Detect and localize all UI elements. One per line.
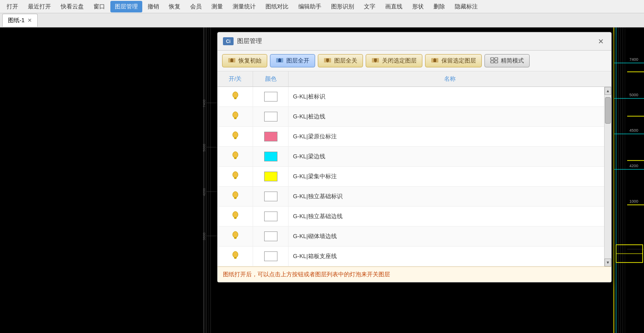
menu-measure-stat[interactable]: 测量统计: [228, 1, 260, 12]
svg-rect-60: [234, 98, 236, 99]
cell-toggle-3[interactable]: [218, 127, 253, 146]
cell-toggle-9[interactable]: [218, 247, 253, 266]
bulb-icon-6[interactable]: [232, 191, 239, 202]
svg-point-61: [233, 112, 238, 118]
svg-point-79: [233, 231, 238, 238]
cell-color-3[interactable]: [253, 127, 289, 146]
menu-text[interactable]: 文字: [359, 1, 380, 12]
menu-layermgr[interactable]: 图层管理: [110, 1, 142, 12]
cell-name-3: G-KL|梁原位标注: [289, 127, 604, 146]
layer-name-3: G-KL|梁原位标注: [293, 133, 337, 141]
dialog-toolbar: 恢复初始 图层全开: [218, 51, 611, 71]
svg-rect-81: [234, 238, 236, 239]
layer-table: 开/关 颜色 名称: [218, 71, 611, 266]
cell-color-4[interactable]: [253, 147, 289, 166]
menu-quickview[interactable]: 快看云盘: [56, 1, 88, 12]
cell-toggle-8[interactable]: [218, 227, 253, 246]
close-all-button[interactable]: 图层全关: [318, 54, 363, 67]
cell-color-9[interactable]: [253, 247, 289, 266]
bulb-icon-5[interactable]: [232, 171, 239, 182]
cell-color-5[interactable]: [253, 167, 289, 186]
menu-recent[interactable]: 最近打开: [23, 1, 55, 12]
cell-color-2[interactable]: [253, 107, 289, 126]
svg-rect-62: [234, 118, 237, 118]
layer-name-2: G-KL|桩边线: [293, 113, 325, 121]
cell-color-1[interactable]: [253, 87, 289, 106]
menu-shape-recognize[interactable]: 图形识别: [327, 1, 359, 12]
tab-drawing1[interactable]: 图纸-1 ✕: [2, 14, 38, 27]
table-row[interactable]: G-KL|桩标识: [218, 87, 604, 107]
cell-toggle-1[interactable]: [218, 87, 253, 106]
table-content: G-KL|桩标识: [218, 87, 604, 266]
color-swatch-2: [264, 112, 277, 121]
table-row[interactable]: G-KL|独立基础标识: [218, 187, 604, 207]
table-row[interactable]: G-KL|梁边线: [218, 147, 604, 167]
cell-toggle-7[interactable]: [218, 207, 253, 226]
table-wrapper: G-KL|桩标识: [218, 87, 611, 266]
svg-point-82: [233, 251, 238, 258]
menu-edit-assist[interactable]: 编辑助手: [294, 1, 326, 12]
svg-rect-55: [495, 58, 498, 60]
svg-text:1000: 1000: [629, 199, 638, 204]
dialog-app-icon: Ci: [223, 37, 234, 45]
svg-rect-56: [491, 61, 494, 63]
menu-member[interactable]: 会员: [186, 1, 206, 12]
menu-shape[interactable]: 形状: [408, 1, 428, 12]
color-swatch-3: [264, 132, 277, 141]
table-row[interactable]: G-KL|梁集中标注: [218, 167, 604, 187]
simple-mode-label: 精简模式: [501, 57, 524, 65]
menu-window[interactable]: 窗口: [89, 1, 109, 12]
restore-icon: [228, 57, 236, 65]
menu-delete[interactable]: 删除: [429, 1, 449, 12]
bulb-icon-7[interactable]: [232, 211, 239, 222]
color-swatch-1: [264, 92, 277, 102]
svg-point-64: [233, 132, 238, 138]
keep-selected-label: 保留选定图层: [441, 57, 476, 65]
svg-point-67: [233, 152, 238, 158]
menu-undo[interactable]: 撤销: [143, 1, 164, 12]
layer-name-6: G-KL|独立基础标识: [293, 192, 343, 200]
simple-mode-button[interactable]: 精简模式: [484, 54, 530, 67]
open-all-label: 图层全开: [286, 57, 309, 65]
cell-color-7[interactable]: [253, 207, 289, 226]
scroll-thumb[interactable]: [605, 97, 611, 124]
bulb-icon-9[interactable]: [232, 251, 239, 262]
bulb-icon-2[interactable]: [232, 111, 239, 122]
menu-measure[interactable]: 测量: [207, 1, 227, 12]
layer-name-7: G-KL|独立基础边线: [293, 212, 343, 220]
menu-redo[interactable]: 恢复: [164, 1, 185, 12]
menu-drawing-compare[interactable]: 图纸对比: [261, 1, 293, 12]
scroll-down-button[interactable]: ▼: [605, 259, 611, 266]
open-all-button[interactable]: 图层全开: [270, 54, 315, 67]
menu-draw-line[interactable]: 画直线: [381, 1, 407, 12]
table-row[interactable]: G-KL|箱板支座线: [218, 247, 604, 266]
menu-open[interactable]: 打开: [2, 1, 23, 12]
menu-hide-label[interactable]: 隐藏标注: [450, 1, 482, 12]
cell-toggle-4[interactable]: [218, 147, 253, 166]
bulb-icon-1[interactable]: [232, 91, 239, 102]
keep-selected-button[interactable]: 保留选定图层: [425, 54, 482, 67]
table-row[interactable]: G-KL|梁原位标注: [218, 127, 604, 147]
restore-initial-button[interactable]: 恢复初始: [222, 54, 267, 67]
bulb-icon-4[interactable]: [232, 151, 239, 162]
scroll-up-button[interactable]: ▲: [605, 87, 611, 95]
table-scrollbar[interactable]: ▲ ▼: [604, 87, 611, 266]
cell-toggle-2[interactable]: [218, 107, 253, 126]
tab-close-button[interactable]: ✕: [27, 18, 32, 23]
svg-rect-44: [278, 60, 281, 62]
cell-color-8[interactable]: [253, 227, 289, 246]
svg-rect-68: [234, 157, 237, 158]
table-row[interactable]: G-KL|桩边线: [218, 107, 604, 127]
cell-color-6[interactable]: [253, 187, 289, 206]
cell-toggle-5[interactable]: [218, 167, 253, 186]
layer-name-9: G-KL|箱板支座线: [293, 252, 337, 260]
table-row[interactable]: G-KL|独立基础边线: [218, 207, 604, 227]
svg-rect-77: [234, 217, 237, 218]
bulb-icon-8[interactable]: [232, 231, 239, 242]
dialog-close-button[interactable]: ✕: [595, 36, 606, 47]
table-row[interactable]: G-KL|砌体墙边线: [218, 227, 604, 247]
bulb-icon-3[interactable]: [232, 131, 239, 142]
close-selected-button[interactable]: 关闭选定图层: [366, 54, 422, 67]
cell-name-7: G-KL|独立基础边线: [289, 207, 604, 226]
cell-toggle-6[interactable]: [218, 187, 253, 206]
